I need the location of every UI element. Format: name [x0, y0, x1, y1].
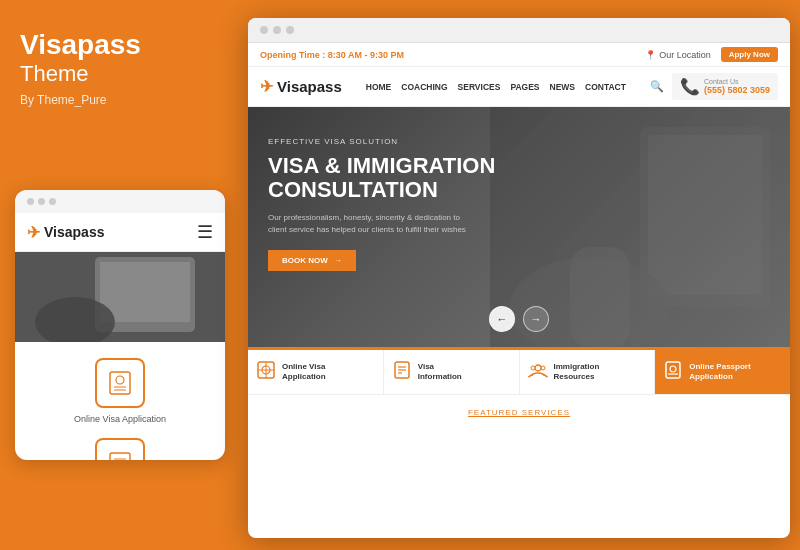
hero-eyebrow: EFFECTIVE VISA SOLUTION — [268, 137, 508, 146]
passport-icon — [663, 360, 683, 384]
brand-block: Visapass Theme By Theme_Pure — [20, 30, 220, 107]
brand-title: Visapass — [20, 30, 220, 61]
featured-label: FEATURED SERVICES — [468, 408, 570, 417]
plane-icon: ✈ — [27, 223, 40, 242]
hamburger-icon[interactable]: ☰ — [197, 221, 213, 243]
nav-contact[interactable]: CONTACT — [585, 82, 626, 92]
nav-links: HOME COACHING SERVICES PAGES NEWS CONTAC… — [366, 82, 626, 92]
location-pin-icon: 📍 — [645, 50, 656, 60]
opening-time: Opening Time : 8:30 AM - 9:30 PM — [260, 50, 404, 60]
services-bar: Online VisaApplication VisaInformation — [248, 347, 790, 394]
location-info: 📍 Our Location — [645, 50, 711, 60]
next-arrow[interactable]: → — [523, 306, 549, 332]
arrow-icon: → — [334, 256, 342, 265]
contact-phone: (555) 5802 3059 — [704, 85, 770, 95]
visa-icon — [95, 358, 145, 408]
mobile-header: ✈ Visapass ☰ — [15, 213, 225, 252]
svg-point-25 — [535, 365, 541, 371]
online-visa-icon — [256, 360, 276, 384]
service-item-4: Online PassportApplication — [655, 350, 790, 394]
nav-home[interactable]: HOME — [366, 82, 392, 92]
browser-dot2 — [273, 26, 281, 34]
left-panel: Visapass Theme By Theme_Pure ✈ Visapass … — [0, 0, 240, 550]
nav-news[interactable]: NEWS — [550, 82, 576, 92]
dot2 — [38, 198, 45, 205]
brand-subtitle: Theme — [20, 61, 220, 87]
nav-services[interactable]: SERVICES — [458, 82, 501, 92]
contact-info: Contact Us (555) 5802 3059 — [704, 78, 770, 95]
browser-chrome — [248, 18, 790, 43]
passport-svg — [106, 369, 134, 397]
mobile-top-bar — [15, 190, 225, 213]
immigration-icon — [528, 360, 548, 384]
mobile-hero-svg — [15, 252, 225, 342]
service-name-3: ImmigrationResources — [554, 362, 600, 383]
list-svg — [107, 450, 133, 460]
nav-logo: ✈ Visapass — [260, 77, 342, 96]
svg-rect-16 — [570, 247, 630, 347]
hero-content: EFFECTIVE VISA SOLUTION VISA & IMMIGRATI… — [268, 137, 508, 271]
mobile-hero-image — [15, 252, 225, 342]
hero-section: EFFECTIVE VISA SOLUTION VISA & IMMIGRATI… — [248, 107, 790, 347]
service-item-2: VisaInformation — [384, 350, 520, 394]
nav-coaching[interactable]: COACHING — [401, 82, 447, 92]
apply-now-button[interactable]: Apply Now — [721, 47, 778, 62]
nav-logo-text: Visapass — [277, 78, 342, 95]
mobile-mockup: ✈ Visapass ☰ Onlin — [15, 190, 225, 460]
dot1 — [27, 198, 34, 205]
dot3 — [49, 198, 56, 205]
hero-description: Our professionalism, honesty, sincerity … — [268, 212, 468, 236]
prev-arrow[interactable]: ← — [489, 306, 515, 332]
svg-rect-4 — [110, 372, 130, 394]
book-now-button[interactable]: BOOK NOW → — [268, 250, 356, 271]
mobile-logo: ✈ Visapass — [27, 223, 104, 242]
mobile-list-section — [15, 432, 225, 460]
nav-right: 🔍 📞 Contact Us (555) 5802 3059 — [650, 73, 778, 100]
browser-dot1 — [260, 26, 268, 34]
mobile-visa-label: Online Visa Application — [74, 414, 166, 424]
svg-point-29 — [670, 366, 676, 372]
svg-rect-28 — [666, 362, 680, 378]
featured-bar: FEATURED SERVICES — [248, 394, 790, 425]
main-nav: ✈ Visapass HOME COACHING SERVICES PAGES … — [248, 67, 790, 107]
browser-dot3 — [286, 26, 294, 34]
svg-point-5 — [116, 376, 124, 384]
visa-info-icon — [392, 360, 412, 384]
carousel-controls: ← → — [489, 306, 549, 332]
hero-title: VISA & IMMIGRATION CONSULTATION — [268, 154, 508, 202]
mobile-visa-section: Online Visa Application — [15, 342, 225, 432]
brand-by: By Theme_Pure — [20, 93, 220, 107]
search-icon[interactable]: 🔍 — [650, 80, 664, 93]
top-right-info: 📍 Our Location Apply Now — [645, 47, 778, 62]
phone-icon: 📞 — [680, 77, 700, 96]
opening-time-label: Opening Time : — [260, 50, 325, 60]
service-item-3: ImmigrationResources — [520, 350, 656, 394]
contact-block: 📞 Contact Us (555) 5802 3059 — [672, 73, 778, 100]
service-name-4: Online PassportApplication — [689, 362, 750, 383]
nav-pages[interactable]: PAGES — [510, 82, 539, 92]
service-name-2: VisaInformation — [418, 362, 462, 383]
book-now-label: BOOK NOW — [282, 256, 328, 265]
list-icon — [95, 438, 145, 460]
contact-label: Contact Us — [704, 78, 770, 85]
nav-plane-icon: ✈ — [260, 77, 273, 96]
service-item-1: Online VisaApplication — [248, 350, 384, 394]
top-info-bar: Opening Time : 8:30 AM - 9:30 PM 📍 Our L… — [248, 43, 790, 67]
opening-time-value: 8:30 AM - 9:30 PM — [328, 50, 404, 60]
location-label: Our Location — [659, 50, 711, 60]
svg-rect-2 — [100, 262, 190, 322]
service-name-1: Online VisaApplication — [282, 362, 326, 383]
browser-window: Opening Time : 8:30 AM - 9:30 PM 📍 Our L… — [248, 18, 790, 538]
